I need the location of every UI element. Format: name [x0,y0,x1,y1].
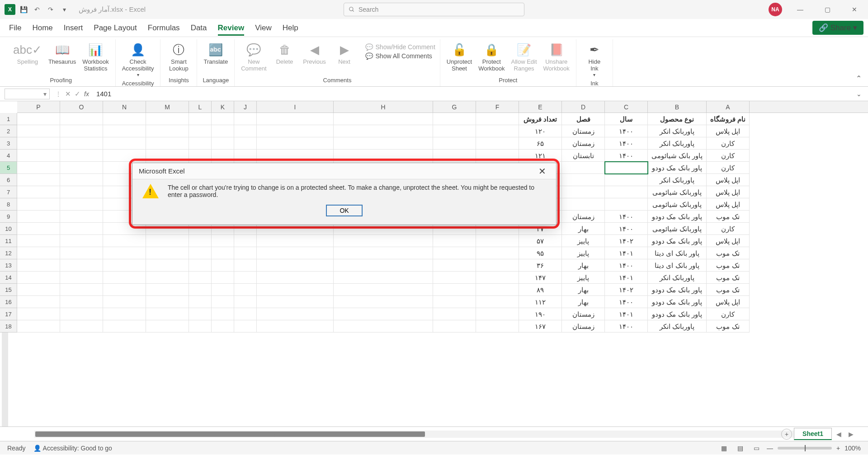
user-avatar[interactable]: NA [769,3,782,16]
cell-H1[interactable] [334,113,433,125]
cell-G1[interactable] [433,113,476,125]
cell-P16[interactable] [17,296,60,308]
cell-H18[interactable] [334,320,433,333]
cell-D12[interactable]: پاییز [562,247,605,259]
row-header-3[interactable]: 3 [0,137,17,150]
cell-B18[interactable]: پاوربانک انکر [648,320,707,333]
zoom-level[interactable]: 100% [844,445,861,452]
cell-E3[interactable]: ۶۵ [519,137,562,150]
smart-lookup-button[interactable]: ⓘSmart Lookup [165,41,192,73]
cell-G15[interactable] [433,284,476,296]
column-header-L[interactable]: L [189,101,212,112]
minimize-button[interactable]: — [791,3,809,16]
cell-F16[interactable] [476,296,519,308]
cell-G4[interactable] [433,150,476,162]
cell-A4[interactable]: کارن [707,150,750,162]
cell-E13[interactable]: ۳۶ [519,259,562,272]
menu-review[interactable]: Review [218,23,245,36]
column-header-I[interactable]: I [257,101,334,112]
cell-O2[interactable] [60,125,103,137]
cell-I11[interactable] [257,235,334,247]
column-header-J[interactable]: J [234,101,257,112]
cell-I18[interactable] [257,320,334,333]
page-break-view-icon[interactable]: ▭ [750,443,762,453]
expand-formula-icon[interactable]: ⌄ [856,90,862,98]
cell-K18[interactable] [212,320,234,333]
cell-L16[interactable] [189,296,212,308]
cell-C3[interactable]: ۱۴۰۰ [605,137,648,150]
unprotect-sheet-button[interactable]: 🔓Unprotect Sheet [445,41,474,73]
cell-L18[interactable] [189,320,212,333]
cell-C10[interactable]: ۱۴۰۰ [605,223,648,235]
cell-B15[interactable]: پاور بانک مک دودو [648,284,707,296]
cell-O18[interactable] [60,320,103,333]
menu-data[interactable]: Data [191,23,207,33]
cell-L17[interactable] [189,308,212,320]
cell-A15[interactable]: تک موب [707,284,750,296]
cell-J14[interactable] [234,272,257,284]
cell-M3[interactable] [146,137,189,150]
translate-button[interactable]: 🔤Translate [202,41,230,66]
cell-N16[interactable] [103,296,146,308]
cell-B1[interactable]: نوع محصول [648,113,707,125]
cell-F17[interactable] [476,308,519,320]
cell-B10[interactable]: پاوربانک شیائومی [648,223,707,235]
cell-L2[interactable] [189,125,212,137]
row-header-2[interactable]: 2 [0,125,17,137]
cell-A1[interactable]: نام فروشگاه [707,113,750,125]
cell-E18[interactable]: ۱۶۷ [519,320,562,333]
cell-I16[interactable] [257,296,334,308]
cell-F14[interactable] [476,272,519,284]
cell-J11[interactable] [234,235,257,247]
close-button[interactable]: ✕ [845,3,863,16]
cell-G2[interactable] [433,125,476,137]
cell-L1[interactable] [189,113,212,125]
cell-D10[interactable]: بهار [562,223,605,235]
cell-J13[interactable] [234,259,257,272]
cell-O1[interactable] [60,113,103,125]
zoom-in-button[interactable]: + [836,445,840,452]
dialog-ok-button[interactable]: OK [326,205,362,216]
cell-D15[interactable]: بهار [562,284,605,296]
cell-C8[interactable] [605,198,648,211]
cell-O12[interactable] [60,247,103,259]
cell-F3[interactable] [476,137,519,150]
cell-E12[interactable]: ۹۵ [519,247,562,259]
cell-C2[interactable]: ۱۴۰۰ [605,125,648,137]
cell-M2[interactable] [146,125,189,137]
tab-nav-right-icon[interactable]: ▶ [846,431,856,438]
cell-K13[interactable] [212,259,234,272]
menu-view[interactable]: View [255,23,272,33]
cell-B13[interactable]: پاور بانک ای دیتا [648,259,707,272]
cell-E16[interactable]: ۱۱۲ [519,296,562,308]
cell-O13[interactable] [60,259,103,272]
cell-H14[interactable] [334,272,433,284]
cell-N12[interactable] [103,247,146,259]
cell-O15[interactable] [60,284,103,296]
cell-K11[interactable] [212,235,234,247]
cell-C12[interactable]: ۱۴۰۱ [605,247,648,259]
cell-J17[interactable] [234,308,257,320]
menu-file[interactable]: File [9,23,21,33]
cell-E14[interactable]: ۱۴۷ [519,272,562,284]
formula-input[interactable]: 1401 [93,90,853,98]
cell-D13[interactable]: بهار [562,259,605,272]
cell-F12[interactable] [476,247,519,259]
cell-C1[interactable]: سال [605,113,648,125]
cell-P10[interactable] [17,223,60,235]
column-header-G[interactable]: G [433,101,476,112]
cell-H15[interactable] [334,284,433,296]
cell-O10[interactable] [60,223,103,235]
cell-N17[interactable] [103,308,146,320]
normal-view-icon[interactable]: ▦ [718,443,730,453]
cell-D17[interactable]: زمستان [562,308,605,320]
column-header-F[interactable]: F [476,101,519,112]
cell-H12[interactable] [334,247,433,259]
thesaurus-button[interactable]: 📖Thesaurus [47,41,78,66]
cell-B17[interactable]: پاور بانک مک دودو [648,308,707,320]
cell-F13[interactable] [476,259,519,272]
fx-icon[interactable]: fx [84,90,89,98]
cell-L11[interactable] [189,235,212,247]
cell-P4[interactable] [17,150,60,162]
cell-E4[interactable]: ۱۲۱ [519,150,562,162]
